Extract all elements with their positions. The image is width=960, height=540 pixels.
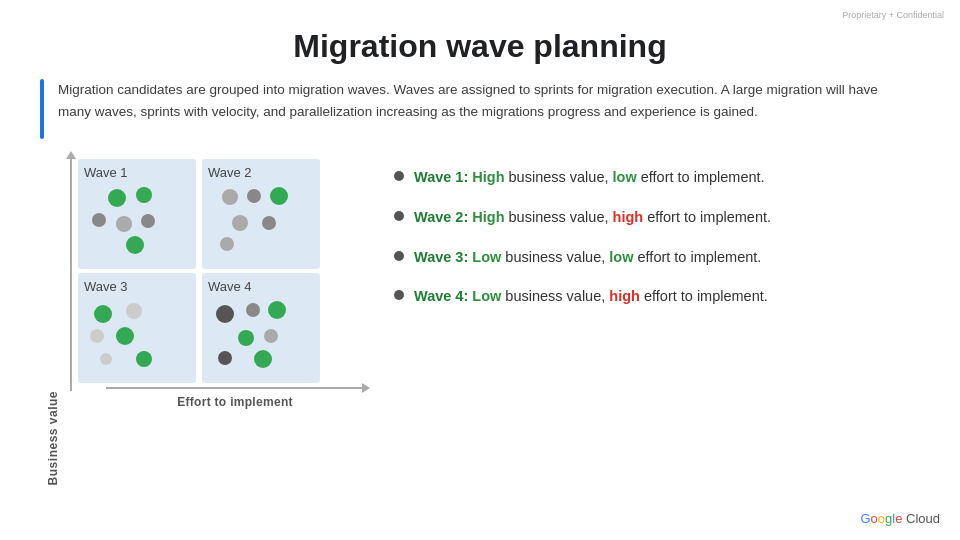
x-axis-line (106, 387, 364, 389)
legend-bullet-wave4 (394, 290, 404, 300)
page-title: Migration wave planning (0, 0, 960, 79)
wave1-legend-label: Wave 1: (414, 169, 468, 185)
y-axis-label: Business value (46, 391, 60, 485)
legend-text-wave1: Wave 1: High business value, low effort … (414, 167, 765, 189)
chart-container: Business value Wave 1 (40, 157, 364, 485)
dot (218, 351, 232, 365)
wave1-low: low (613, 169, 637, 185)
wave1-dots (78, 181, 196, 269)
wave3-label: Wave 3 (84, 279, 190, 294)
wave3-end: effort to implement. (638, 249, 762, 265)
wave1-label: Wave 1 (84, 165, 190, 180)
legend-area: Wave 1: High business value, low effort … (394, 157, 930, 308)
dot (246, 303, 260, 317)
dot (268, 301, 286, 319)
dot (108, 189, 126, 207)
logo-cloud: Cloud (902, 511, 940, 526)
dot (141, 214, 155, 228)
legend-bullet-wave2 (394, 211, 404, 221)
dot (222, 189, 238, 205)
dot (94, 305, 112, 323)
dot (262, 216, 276, 230)
wave3-mid: business value, (505, 249, 609, 265)
wave1-box: Wave 1 (78, 159, 196, 269)
y-axis-line (70, 157, 72, 391)
chart-bottom-row: Wave 3 Wave 4 (76, 271, 364, 385)
dot (247, 189, 261, 203)
wave4-mid: business value, (505, 288, 609, 304)
dot (216, 305, 234, 323)
dot (238, 330, 254, 346)
wave2-mid: business value, (509, 209, 613, 225)
dot (264, 329, 278, 343)
dot (270, 187, 288, 205)
legend-text-wave3: Wave 3: Low business value, low effort t… (414, 247, 761, 269)
description-text: Migration candidates are grouped into mi… (58, 79, 878, 139)
legend-item-wave4: Wave 4: Low business value, high effort … (394, 286, 930, 308)
logo-o1: o (871, 511, 878, 526)
wave4-box: Wave 4 (202, 273, 320, 383)
legend-item-wave1: Wave 1: High business value, low effort … (394, 167, 930, 189)
legend-text-wave4: Wave 4: Low business value, high effort … (414, 286, 768, 308)
wave2-box: Wave 2 (202, 159, 320, 269)
wave1-high: High (472, 169, 504, 185)
dot (116, 327, 134, 345)
wave4-label: Wave 4 (208, 279, 314, 294)
dot (136, 351, 152, 367)
dot (136, 187, 152, 203)
dot (116, 216, 132, 232)
wave1-mid: business value, (509, 169, 613, 185)
wave3-box: Wave 3 (78, 273, 196, 383)
wave2-end: effort to implement. (647, 209, 771, 225)
blue-accent-bar (40, 79, 44, 139)
dot (220, 237, 234, 251)
wave3-low: Low (472, 249, 501, 265)
wave4-end: effort to implement. (644, 288, 768, 304)
dot (254, 350, 272, 368)
google-cloud-logo: Google Cloud (860, 511, 940, 526)
x-axis-label: Effort to implement (177, 395, 293, 409)
dot (232, 215, 248, 231)
wave2-high2: high (613, 209, 644, 225)
wave2-legend-label: Wave 2: (414, 209, 468, 225)
legend-bullet-wave3 (394, 251, 404, 261)
dot (126, 303, 142, 319)
logo-g: G (860, 511, 870, 526)
legend-item-wave3: Wave 3: Low business value, low effort t… (394, 247, 930, 269)
legend-text-wave2: Wave 2: High business value, high effort… (414, 207, 771, 229)
wave4-high: high (609, 288, 640, 304)
wave3-legend-label: Wave 3: (414, 249, 468, 265)
wave3-low2: low (609, 249, 633, 265)
dot (100, 353, 112, 365)
dot (90, 329, 104, 343)
wave3-dots (78, 295, 196, 383)
proprietary-label: Proprietary + Confidential (842, 10, 944, 20)
wave1-end: effort to implement. (641, 169, 765, 185)
chart-top-row: Wave 1 Wave 2 (76, 157, 364, 271)
legend-item-wave2: Wave 2: High business value, high effort… (394, 207, 930, 229)
dot (92, 213, 106, 227)
legend-bullet-wave1 (394, 171, 404, 181)
wave4-legend-label: Wave 4: (414, 288, 468, 304)
wave2-high: High (472, 209, 504, 225)
wave2-label: Wave 2 (208, 165, 314, 180)
wave2-dots (202, 181, 320, 269)
wave4-low: Low (472, 288, 501, 304)
wave4-dots (202, 295, 320, 383)
logo-o2: o (878, 511, 885, 526)
dot (126, 236, 144, 254)
